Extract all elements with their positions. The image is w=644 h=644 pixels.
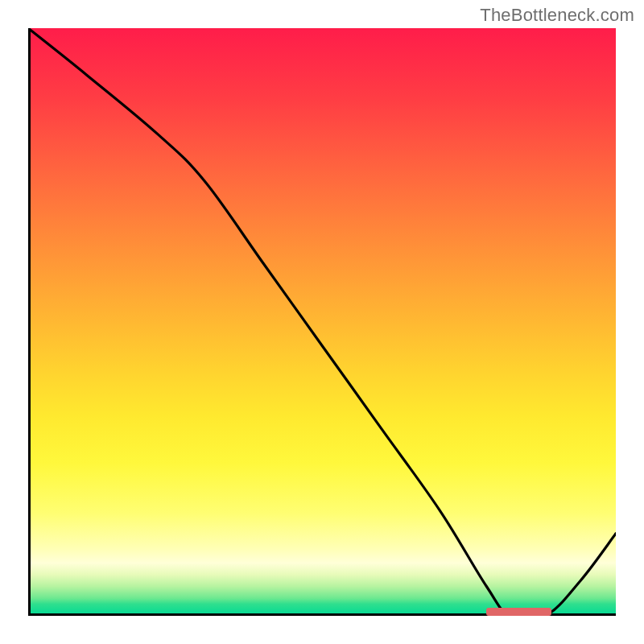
watermark-text: TheBottleneck.com [480, 5, 634, 26]
chart-line [28, 28, 616, 616]
optimal-range-marker [486, 608, 551, 616]
plot-area [28, 28, 616, 616]
curve-path [28, 28, 616, 616]
